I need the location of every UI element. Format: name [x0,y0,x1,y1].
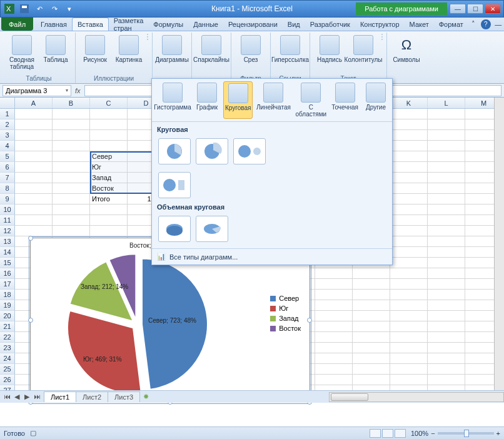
cell[interactable]: Восток [90,183,128,194]
row-header[interactable]: 16 [0,268,15,279]
new-sheet-icon[interactable]: ✸ [139,393,153,401]
zoom-slider[interactable] [438,432,494,435]
slicer-button[interactable]: Срез [235,34,266,64]
name-box[interactable]: Диаграмма 3 [3,85,71,96]
cell[interactable] [53,194,90,204]
row-header[interactable]: 1 [0,109,15,119]
view-normal-icon[interactable] [370,429,381,438]
cell[interactable] [428,215,465,226]
cell[interactable] [315,290,353,300]
cell[interactable] [315,343,353,353]
cell[interactable] [90,119,128,130]
cell[interactable] [428,375,465,385]
cell[interactable] [15,204,53,215]
cell[interactable] [428,258,465,268]
cell[interactable] [428,162,465,173]
cell[interactable] [15,215,53,226]
sparklines-button[interactable]: Спарклайны [196,34,227,64]
cell[interactable] [428,353,465,364]
cell[interactable] [428,300,465,311]
column-header[interactable]: B [53,98,90,108]
cell[interactable] [15,194,53,204]
cell[interactable] [53,183,90,194]
gallery-type-other[interactable]: Другие [362,81,390,119]
sheet-nav-next[interactable]: ▶ [23,393,31,401]
row-header[interactable]: 21 [0,321,15,332]
cell[interactable] [428,151,465,162]
header-footer-button[interactable]: Колонтитулы [348,34,379,64]
view-pagebreak-icon[interactable] [395,429,406,438]
macro-record-icon[interactable]: ▢ [30,429,36,437]
cell[interactable] [90,130,128,141]
cell[interactable] [315,300,353,311]
pie-3d-exploded[interactable] [196,216,228,242]
row-header[interactable]: 5 [0,151,15,162]
row-header[interactable]: 12 [0,226,15,236]
gallery-type-pie[interactable]: Круговая [223,81,253,119]
cell[interactable] [90,109,128,119]
cell[interactable] [390,236,428,247]
all-chart-types-button[interactable]: 📊 Все типы диаграмм... [152,248,392,265]
gallery-type-area[interactable]: С областями [294,81,328,119]
fx-icon[interactable]: fx [75,87,81,94]
object-icon[interactable] [381,39,383,40]
cell[interactable] [53,204,90,215]
minimize-ribbon-icon[interactable]: ˄ [468,19,478,29]
cell[interactable]: Юг [90,162,128,173]
undo-icon[interactable]: ↶ [33,3,46,15]
cell[interactable] [53,130,90,141]
row-header[interactable]: 10 [0,204,15,215]
gallery-type-column[interactable]: Гистограмма [154,81,191,119]
cell[interactable] [15,173,53,183]
row-header[interactable]: 15 [0,258,15,268]
cell[interactable] [390,300,428,311]
cell[interactable] [90,215,128,226]
signature-icon[interactable] [381,36,383,38]
redo-icon[interactable]: ↷ [48,3,61,15]
cell[interactable] [315,268,353,279]
row-header[interactable]: 14 [0,247,15,258]
cell[interactable] [15,162,53,173]
cell[interactable] [428,268,465,279]
cell[interactable] [428,236,465,247]
cell[interactable]: Итого [90,194,128,204]
row-header[interactable]: 9 [0,194,15,204]
table-button[interactable]: Таблица [40,34,71,64]
cell[interactable] [390,290,428,300]
workbook-minimize-icon[interactable]: — [493,19,503,29]
cell[interactable] [390,258,428,268]
cell[interactable] [315,311,353,321]
hyperlink-button[interactable]: Гиперссылка [275,34,306,64]
cell[interactable] [15,226,53,236]
cell[interactable] [390,141,428,151]
symbols-button[interactable]: ΩСимволы [391,34,422,64]
cell[interactable] [15,119,53,130]
sheet-nav-first[interactable]: ⏮ [3,393,11,401]
pie-2d-exploded[interactable] [196,138,228,164]
tab-format[interactable]: Формат [434,18,468,31]
cell[interactable] [353,311,390,321]
cell[interactable]: Север [90,151,128,162]
tab-developer[interactable]: Разработчик [305,18,355,31]
row-header[interactable]: 7 [0,173,15,183]
bar-of-pie[interactable] [158,172,191,198]
pivot-table-button[interactable]: Сводная таблица [6,34,38,71]
tab-insert[interactable]: Вставка [72,18,109,31]
row-header[interactable]: 19 [0,300,15,311]
column-header[interactable]: C [90,98,128,108]
cell[interactable] [390,279,428,290]
cell[interactable] [390,151,428,162]
close-button[interactable]: ✕ [485,4,501,14]
row-header[interactable]: 23 [0,343,15,353]
sheet-tab-3[interactable]: Лист3 [108,391,140,402]
cell[interactable] [390,204,428,215]
cell[interactable] [428,226,465,236]
cell[interactable] [353,290,390,300]
cell[interactable] [353,332,390,343]
smartart-icon[interactable] [147,36,148,38]
sheet-tab-1[interactable]: Лист1 [44,391,76,402]
shapes-icon[interactable] [147,34,148,35]
cell[interactable] [428,204,465,215]
wordart-icon[interactable] [381,34,383,35]
row-header[interactable]: 6 [0,162,15,173]
